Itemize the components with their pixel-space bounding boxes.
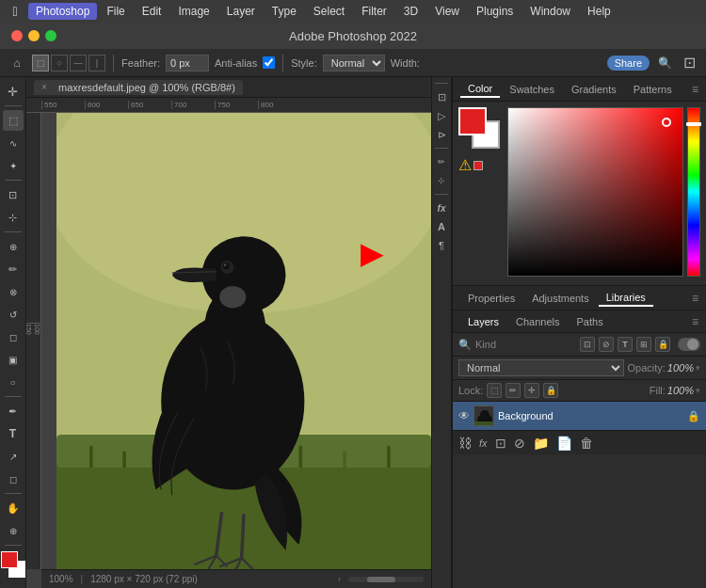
bottom-panel-menu-icon[interactable]: ≡ (692, 292, 698, 305)
filter-smart-button[interactable]: 🔒 (655, 337, 670, 352)
brush-tool-button[interactable]: ✏ (3, 259, 24, 279)
delete-layer-button[interactable]: 🗑 (580, 436, 593, 451)
dodge-tool-button[interactable]: ○ (3, 372, 24, 392)
tab-patterns[interactable]: Patterns (626, 82, 680, 97)
filter-shape-button[interactable]: ⊞ (636, 337, 651, 352)
foreground-swatch[interactable] (458, 107, 487, 135)
hue-slider[interactable] (687, 107, 700, 277)
canvas-scrollbar-thumb[interactable] (367, 577, 395, 582)
lock-artboards-button[interactable]: 🔒 (543, 383, 558, 398)
layer-visibility-icon[interactable]: 👁 (458, 409, 470, 422)
fill-arrow-icon[interactable]: ▾ (696, 386, 700, 395)
menu-filter[interactable]: Filter (354, 3, 394, 20)
menu-3d[interactable]: 3D (396, 3, 425, 20)
tab-libraries[interactable]: Libraries (599, 290, 653, 307)
menu-window[interactable]: Window (522, 3, 578, 20)
menu-help[interactable]: Help (580, 3, 618, 20)
color-gradient-picker[interactable] (507, 107, 683, 277)
tab-swatches[interactable]: Swatches (502, 82, 562, 97)
antialias-checkbox[interactable] (263, 56, 275, 69)
minimize-window-button[interactable] (28, 30, 40, 41)
menu-select[interactable]: Select (306, 3, 352, 20)
marquee-tool-button[interactable]: ⬚ (3, 110, 24, 131)
gradient-tool-button[interactable]: ▣ (3, 349, 24, 370)
bird-image-canvas[interactable] (56, 113, 431, 569)
menu-photoshop[interactable]: Photoshop (28, 3, 97, 20)
home-icon[interactable]: ⌂ (8, 54, 26, 72)
scroll-right-arrow[interactable]: › (338, 574, 341, 584)
menu-layer[interactable]: Layer (219, 3, 263, 20)
tab-color[interactable]: Color (460, 81, 500, 98)
share-button[interactable]: Share (607, 56, 650, 71)
marquee-single-col-icon[interactable]: | (88, 55, 105, 72)
layer-adjustment-button[interactable]: ⊘ (514, 436, 525, 451)
layer-item-background[interactable]: 👁 Background 🔒 (453, 402, 706, 430)
menu-view[interactable]: View (427, 3, 467, 20)
fx-button[interactable]: fx (434, 200, 449, 215)
filter-toggle[interactable] (678, 338, 700, 351)
zoom-tool-button[interactable]: ⊕ (3, 520, 24, 541)
pen-tool-button[interactable]: ✒ (3, 401, 24, 421)
tab-adjustments[interactable]: Adjustments (524, 291, 597, 306)
right-tool-brush-1[interactable]: ✏ (434, 154, 449, 169)
type-button-right[interactable]: A (434, 219, 449, 234)
marquee-single-row-icon[interactable]: — (70, 55, 87, 72)
tab-gradients[interactable]: Gradients (564, 82, 624, 97)
lock-transparent-button[interactable]: ⬚ (487, 383, 502, 398)
close-tab-button[interactable]: × (41, 82, 53, 93)
eyedropper-tool-button[interactable]: ⊹ (3, 207, 24, 228)
apple-icon[interactable]:  (8, 4, 23, 19)
style-select[interactable]: Normal (323, 55, 385, 72)
link-layers-button[interactable]: ⛓ (458, 436, 472, 451)
layer-group-button[interactable]: 📁 (533, 436, 549, 451)
close-window-button[interactable] (11, 30, 23, 41)
right-tool-1[interactable]: ⊡ (434, 89, 449, 104)
warning-swatch[interactable] (473, 161, 483, 170)
history-brush-button[interactable]: ↺ (3, 304, 24, 325)
magic-wand-tool-button[interactable]: ✦ (3, 155, 24, 176)
menu-plugins[interactable]: Plugins (469, 3, 521, 20)
marquee-elliptical-icon[interactable]: ○ (51, 55, 68, 72)
paragraph-button[interactable]: ¶ (434, 238, 449, 253)
filter-type-button[interactable]: T (618, 337, 633, 352)
move-tool-button[interactable]: ✛ (3, 81, 24, 102)
tab-properties[interactable]: Properties (460, 291, 522, 306)
tab-layers[interactable]: Layers (460, 314, 506, 329)
marquee-tool-icon[interactable]: ⬚ (32, 55, 49, 72)
layer-mask-button[interactable]: ⊡ (495, 436, 506, 451)
feather-input[interactable] (166, 55, 209, 72)
color-panel-menu-icon[interactable]: ≡ (692, 83, 698, 96)
search-icon[interactable]: 🔍 (655, 54, 674, 72)
filter-adjustment-button[interactable]: ⊘ (599, 337, 614, 352)
layers-panel-menu-icon[interactable]: ≡ (692, 315, 698, 328)
right-tool-brush-2[interactable]: ⊹ (434, 173, 449, 188)
eraser-tool-button[interactable]: ◻ (3, 326, 24, 347)
extras-icon[interactable]: ⊡ (680, 54, 698, 72)
filter-pixel-button[interactable]: ⊡ (580, 337, 595, 352)
path-selection-button[interactable]: ↗ (3, 446, 24, 467)
lock-image-button[interactable]: ✏ (505, 383, 521, 398)
crop-tool-button[interactable]: ⊡ (3, 184, 24, 205)
layer-fx-button[interactable]: fx (479, 437, 488, 449)
lock-position-button[interactable]: ✛ (524, 383, 539, 398)
maximize-window-button[interactable] (45, 30, 56, 41)
shape-tool-button[interactable]: ◻ (3, 469, 24, 489)
right-tool-2[interactable]: ▷ (434, 108, 449, 123)
hand-tool-button[interactable]: ✋ (3, 498, 24, 518)
opacity-arrow-icon[interactable]: ▾ (696, 363, 700, 373)
canvas-scrollbar[interactable] (348, 577, 424, 582)
right-tool-3[interactable]: ⊳ (434, 127, 449, 142)
clone-tool-button[interactable]: ⊗ (3, 281, 24, 302)
menu-edit[interactable]: Edit (135, 3, 169, 20)
lasso-tool-button[interactable]: ∿ (3, 133, 24, 153)
menu-file[interactable]: File (99, 3, 132, 20)
blend-mode-select[interactable]: Normal (458, 359, 624, 376)
foreground-color-swatch[interactable] (1, 551, 18, 568)
type-tool-button[interactable]: T (3, 423, 24, 444)
tab-paths[interactable]: Paths (570, 314, 611, 329)
heal-tool-button[interactable]: ⊕ (3, 236, 24, 257)
menu-image[interactable]: Image (170, 3, 217, 20)
layer-name-background[interactable]: Background (498, 410, 683, 421)
tab-channels[interactable]: Channels (508, 314, 567, 329)
menu-type[interactable]: Type (265, 3, 304, 20)
